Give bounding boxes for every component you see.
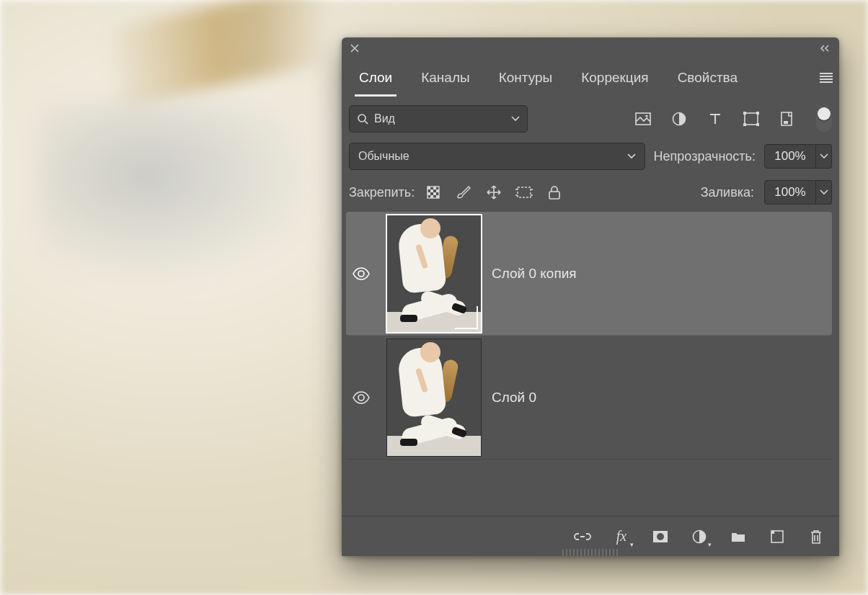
chevron-down-icon xyxy=(820,153,828,159)
svg-rect-14 xyxy=(430,189,433,192)
opacity-dropdown[interactable] xyxy=(816,144,832,169)
thumbnail-image xyxy=(387,339,481,456)
filter-label: Вид xyxy=(374,112,395,125)
brush-icon xyxy=(456,185,471,200)
svg-rect-18 xyxy=(430,195,433,198)
blend-row: Обычные Непрозрачность: 100% xyxy=(342,138,839,174)
delete-layer-button[interactable] xyxy=(807,528,825,545)
tab-properties[interactable]: Свойства xyxy=(663,59,752,97)
svg-rect-8 xyxy=(756,123,759,126)
visibility-cell xyxy=(346,391,376,404)
fx-icon: fx xyxy=(616,528,626,545)
tab-label: Слои xyxy=(359,70,392,86)
svg-point-25 xyxy=(657,533,664,540)
layer-name[interactable]: Слой 0 копия xyxy=(492,266,577,282)
link-icon xyxy=(574,532,591,542)
opacity-input[interactable]: 100% xyxy=(764,144,816,169)
svg-rect-10 xyxy=(784,121,788,124)
thumbnail-image xyxy=(387,215,481,332)
lock-icon xyxy=(548,185,561,200)
tab-label: Каналы xyxy=(421,70,469,86)
visibility-toggle[interactable] xyxy=(352,267,371,280)
svg-rect-12 xyxy=(428,187,430,189)
visibility-cell xyxy=(346,267,376,280)
trash-icon xyxy=(810,529,823,545)
panel-menu-button[interactable] xyxy=(813,59,839,97)
svg-point-23 xyxy=(358,395,364,401)
artboard-icon xyxy=(515,185,533,200)
close-panel-button[interactable] xyxy=(347,41,362,55)
svg-rect-7 xyxy=(743,123,746,126)
svg-rect-19 xyxy=(436,195,439,198)
adjustment-layer-button[interactable]: ▾ xyxy=(691,528,708,545)
filter-toggle[interactable] xyxy=(816,106,832,132)
panel-topbar xyxy=(342,37,839,59)
link-layers-button[interactable] xyxy=(574,528,591,545)
filter-row: Вид xyxy=(342,97,839,138)
svg-rect-21 xyxy=(549,192,559,199)
layer-thumbnail[interactable] xyxy=(386,215,482,333)
svg-rect-16 xyxy=(428,192,430,195)
opacity-value: 100% xyxy=(774,149,805,164)
svg-point-22 xyxy=(358,271,364,277)
svg-rect-4 xyxy=(745,113,758,125)
svg-rect-17 xyxy=(433,192,436,195)
lock-position-button[interactable] xyxy=(485,184,502,201)
move-icon xyxy=(486,184,502,200)
collapse-panel-button[interactable] xyxy=(818,41,833,55)
layer-filter-select[interactable]: Вид xyxy=(349,105,528,133)
eye-icon xyxy=(352,391,371,404)
filter-smartobject-icon[interactable] xyxy=(779,110,796,128)
filter-type-icon[interactable] xyxy=(707,110,724,128)
layers-list: Слой 0 копия Слой 0 xyxy=(342,212,839,516)
svg-point-0 xyxy=(358,115,366,122)
lock-icons xyxy=(425,184,563,201)
chevron-down-icon xyxy=(511,116,520,122)
filter-adjustment-icon[interactable] xyxy=(670,110,688,128)
layer-mask-button[interactable] xyxy=(652,528,669,545)
layer-row[interactable]: Слой 0 xyxy=(346,336,832,460)
visibility-toggle[interactable] xyxy=(352,391,371,404)
fill-dropdown[interactable] xyxy=(816,180,832,205)
fill-value: 100% xyxy=(774,185,805,200)
filter-pixel-icon[interactable] xyxy=(634,110,652,128)
eye-icon xyxy=(352,267,371,280)
layer-row[interactable]: Слой 0 копия xyxy=(346,212,832,336)
blend-mode-select[interactable]: Обычные xyxy=(349,143,645,170)
mask-icon xyxy=(652,530,668,543)
fill-input[interactable]: 100% xyxy=(764,180,816,205)
svg-point-2 xyxy=(645,115,647,117)
lock-all-button[interactable] xyxy=(546,184,563,201)
tab-channels[interactable]: Каналы xyxy=(407,59,484,97)
layer-style-button[interactable]: fx ▾ xyxy=(613,528,630,545)
lock-image-button[interactable] xyxy=(455,184,472,201)
lock-pixels-button[interactable] xyxy=(425,184,442,201)
blend-mode-label: Обычные xyxy=(358,150,409,163)
group-button[interactable] xyxy=(730,528,747,545)
menu-icon xyxy=(820,73,833,83)
svg-rect-13 xyxy=(433,187,436,189)
tab-label: Коррекция xyxy=(581,70,648,86)
spacer xyxy=(752,59,813,97)
layer-thumbnail[interactable] xyxy=(386,339,482,457)
lock-label: Закрепить: xyxy=(349,185,415,200)
fill-input-group: 100% xyxy=(764,180,832,205)
svg-rect-15 xyxy=(436,189,439,192)
chevron-down-icon xyxy=(627,153,636,159)
new-layer-icon xyxy=(770,529,784,544)
filter-type-icons xyxy=(634,110,796,128)
opacity-input-group: 100% xyxy=(764,144,832,169)
svg-rect-6 xyxy=(756,112,759,115)
folder-icon xyxy=(730,530,746,543)
tab-adjustments[interactable]: Коррекция xyxy=(567,59,663,97)
new-layer-button[interactable] xyxy=(769,528,786,545)
lock-artboard-button[interactable] xyxy=(515,184,533,201)
close-icon xyxy=(350,44,359,53)
filter-shape-icon[interactable] xyxy=(743,110,760,128)
panel-resize-grip[interactable] xyxy=(562,549,619,556)
collapse-icon xyxy=(819,44,832,53)
layer-name[interactable]: Слой 0 xyxy=(492,390,536,406)
tab-paths[interactable]: Контуры xyxy=(484,59,567,97)
panel-tabs: Слои Каналы Контуры Коррекция Свойства xyxy=(342,59,839,97)
tab-layers[interactable]: Слои xyxy=(345,59,407,97)
